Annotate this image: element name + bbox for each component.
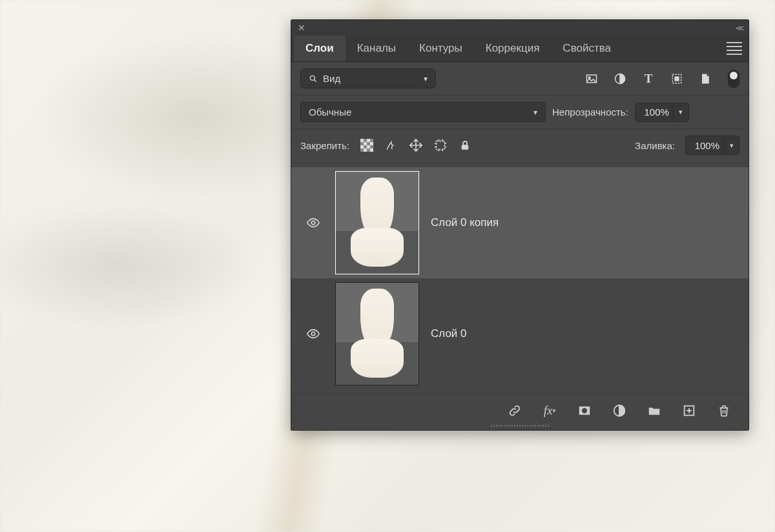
link-layers-icon[interactable] bbox=[507, 403, 522, 418]
filter-smartobject-icon[interactable] bbox=[698, 72, 712, 86]
fill-label: Заливка: bbox=[635, 140, 675, 151]
panel-tabs: Слои Каналы Контуры Коррекция Свойства bbox=[291, 36, 749, 62]
svg-rect-11 bbox=[370, 142, 373, 145]
tab-paths[interactable]: Контуры bbox=[408, 36, 474, 61]
svg-rect-10 bbox=[364, 142, 367, 145]
svg-point-19 bbox=[311, 332, 315, 336]
fill-field[interactable]: ▾ bbox=[685, 136, 739, 155]
tab-channels[interactable]: Каналы bbox=[346, 36, 408, 61]
svg-rect-9 bbox=[367, 139, 370, 142]
filter-shape-icon[interactable] bbox=[670, 72, 684, 86]
svg-rect-12 bbox=[360, 145, 364, 148]
chevron-down-icon: ▾ bbox=[533, 108, 537, 117]
panel-titlebar: ✕ << bbox=[291, 20, 749, 36]
filter-kind-label: Вид bbox=[323, 73, 340, 84]
chevron-down-icon[interactable]: ▾ bbox=[673, 103, 688, 121]
visibility-toggle[interactable] bbox=[300, 327, 326, 341]
opacity-input[interactable] bbox=[636, 107, 673, 118]
lock-label: Закрепить: bbox=[300, 140, 349, 151]
lock-row: Закрепить: Заливка: ▾ bbox=[291, 129, 749, 163]
layer-name[interactable]: Слой 0 копия bbox=[431, 216, 499, 229]
layers-panel: ✕ << Слои Каналы Контуры Коррекция Свойс… bbox=[291, 19, 749, 431]
svg-rect-14 bbox=[364, 148, 367, 152]
filter-kind-select[interactable]: Вид ▾ bbox=[300, 68, 436, 88]
svg-point-0 bbox=[310, 76, 315, 80]
lock-all-icon[interactable] bbox=[458, 138, 472, 152]
resize-grip[interactable] bbox=[291, 425, 749, 430]
chevron-down-icon: ▾ bbox=[424, 74, 428, 83]
layer-thumbnail[interactable] bbox=[335, 282, 419, 385]
svg-line-1 bbox=[314, 79, 316, 81]
add-mask-icon[interactable] bbox=[577, 403, 592, 418]
filter-pixel-icon[interactable] bbox=[584, 72, 599, 86]
filter-type-text-icon[interactable]: T bbox=[641, 72, 656, 86]
new-group-icon[interactable] bbox=[646, 403, 662, 418]
layer-row[interactable]: Слой 0 копия bbox=[291, 167, 749, 278]
layer-filter-row: Вид ▾ T bbox=[291, 62, 749, 96]
tab-layers[interactable]: Слои bbox=[294, 36, 346, 61]
search-icon bbox=[309, 74, 318, 83]
filter-type-icons: T bbox=[584, 72, 712, 86]
svg-rect-8 bbox=[360, 139, 364, 142]
opacity-label: Непрозрачность: bbox=[552, 107, 628, 118]
layer-row[interactable]: Слой 0 bbox=[291, 278, 749, 389]
lock-transparency-icon[interactable] bbox=[360, 138, 374, 152]
blend-mode-select[interactable]: Обычные ▾ bbox=[300, 102, 546, 122]
blend-mode-value: Обычные bbox=[309, 107, 351, 118]
tab-properties[interactable]: Свойства bbox=[551, 36, 623, 61]
layer-list: Слой 0 копия Слой 0 bbox=[291, 163, 749, 393]
svg-point-18 bbox=[311, 221, 315, 225]
collapse-icon[interactable]: << bbox=[736, 23, 742, 33]
tab-adjustments[interactable]: Коррекция bbox=[474, 36, 552, 61]
new-adjustment-layer-icon[interactable] bbox=[612, 403, 627, 418]
lock-artboard-icon[interactable] bbox=[433, 138, 448, 152]
layer-thumbnail[interactable] bbox=[335, 171, 419, 274]
svg-rect-17 bbox=[462, 145, 469, 150]
svg-point-21 bbox=[582, 408, 587, 413]
delete-layer-icon[interactable] bbox=[716, 403, 732, 418]
svg-rect-6 bbox=[675, 77, 679, 81]
fill-input[interactable] bbox=[686, 140, 723, 151]
svg-rect-13 bbox=[367, 145, 370, 148]
panel-footer: fx▾ bbox=[291, 393, 749, 425]
svg-rect-15 bbox=[370, 148, 373, 152]
visibility-toggle[interactable] bbox=[300, 216, 326, 230]
layer-fx-icon[interactable]: fx▾ bbox=[542, 403, 557, 418]
svg-rect-16 bbox=[437, 141, 445, 150]
layer-name[interactable]: Слой 0 bbox=[431, 327, 467, 340]
new-layer-icon[interactable] bbox=[681, 403, 697, 418]
panel-menu-icon[interactable] bbox=[727, 41, 742, 56]
filter-adjustment-icon[interactable] bbox=[613, 72, 627, 86]
lock-image-icon[interactable] bbox=[384, 138, 398, 152]
close-icon[interactable]: ✕ bbox=[298, 23, 305, 33]
blend-row: Обычные ▾ Непрозрачность: ▾ bbox=[291, 96, 749, 129]
lock-position-icon[interactable] bbox=[409, 138, 423, 152]
opacity-field[interactable]: ▾ bbox=[635, 103, 689, 122]
filter-toggle[interactable] bbox=[728, 70, 739, 88]
chevron-down-icon[interactable]: ▾ bbox=[723, 136, 739, 154]
